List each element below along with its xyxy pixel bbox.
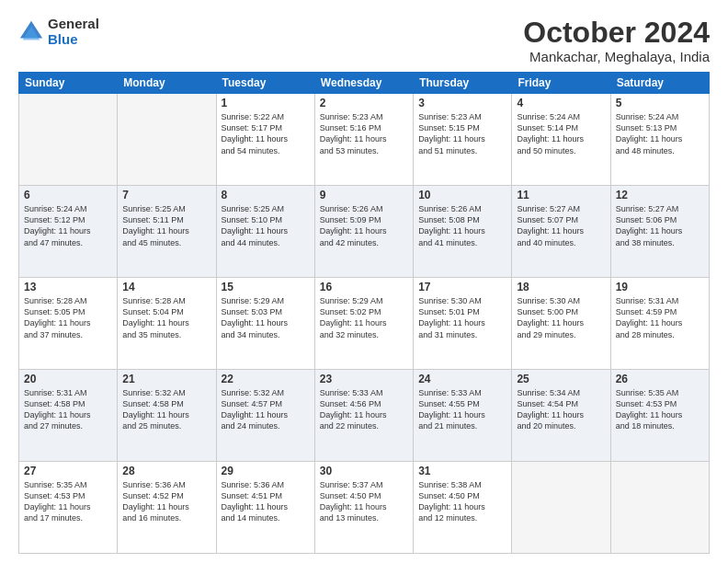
- day-info: Sunrise: 5:34 AM Sunset: 4:54 PM Dayligh…: [517, 387, 605, 432]
- day-number: 11: [517, 189, 605, 201]
- col-wednesday: Wednesday: [314, 73, 413, 94]
- calendar-cell: [512, 462, 610, 554]
- day-number: 23: [320, 373, 408, 385]
- calendar-week-1: 1Sunrise: 5:22 AM Sunset: 5:17 PM Daylig…: [19, 94, 710, 186]
- calendar-table: Sunday Monday Tuesday Wednesday Thursday…: [18, 72, 710, 554]
- calendar-cell: 17Sunrise: 5:30 AM Sunset: 5:01 PM Dayli…: [414, 278, 512, 370]
- day-info: Sunrise: 5:25 AM Sunset: 5:11 PM Dayligh…: [122, 203, 210, 248]
- day-number: 30: [320, 465, 408, 477]
- calendar-cell: 15Sunrise: 5:29 AM Sunset: 5:03 PM Dayli…: [216, 278, 314, 370]
- calendar-cell: [19, 94, 118, 186]
- day-info: Sunrise: 5:26 AM Sunset: 5:08 PM Dayligh…: [418, 203, 506, 248]
- day-info: Sunrise: 5:30 AM Sunset: 5:01 PM Dayligh…: [418, 295, 506, 340]
- col-tuesday: Tuesday: [216, 73, 314, 94]
- calendar-cell: 10Sunrise: 5:26 AM Sunset: 5:08 PM Dayli…: [414, 186, 512, 278]
- day-info: Sunrise: 5:35 AM Sunset: 4:53 PM Dayligh…: [616, 387, 704, 432]
- day-info: Sunrise: 5:31 AM Sunset: 4:58 PM Dayligh…: [24, 387, 112, 432]
- day-info: Sunrise: 5:24 AM Sunset: 5:13 PM Dayligh…: [616, 111, 704, 156]
- sub-title: Mankachar, Meghalaya, India: [523, 49, 710, 64]
- day-info: Sunrise: 5:35 AM Sunset: 4:53 PM Dayligh…: [24, 479, 112, 524]
- day-info: Sunrise: 5:32 AM Sunset: 4:57 PM Dayligh…: [222, 387, 310, 432]
- calendar-cell: 24Sunrise: 5:33 AM Sunset: 4:55 PM Dayli…: [414, 370, 512, 462]
- calendar-cell: 8Sunrise: 5:25 AM Sunset: 5:10 PM Daylig…: [216, 186, 314, 278]
- calendar-cell: 14Sunrise: 5:28 AM Sunset: 5:04 PM Dayli…: [118, 278, 216, 370]
- logo-general-text: General: [48, 17, 99, 32]
- day-info: Sunrise: 5:25 AM Sunset: 5:10 PM Dayligh…: [222, 203, 310, 248]
- calendar-week-3: 13Sunrise: 5:28 AM Sunset: 5:05 PM Dayli…: [19, 278, 710, 370]
- day-info: Sunrise: 5:37 AM Sunset: 4:50 PM Dayligh…: [320, 479, 408, 524]
- calendar-cell: 19Sunrise: 5:31 AM Sunset: 4:59 PM Dayli…: [610, 278, 709, 370]
- calendar-cell: 13Sunrise: 5:28 AM Sunset: 5:05 PM Dayli…: [19, 278, 118, 370]
- day-number: 1: [222, 97, 310, 109]
- day-number: 25: [517, 373, 605, 385]
- calendar-cell: 6Sunrise: 5:24 AM Sunset: 5:12 PM Daylig…: [19, 186, 118, 278]
- page: General Blue October 2024 Mankachar, Meg…: [0, 0, 728, 563]
- day-number: 20: [24, 373, 112, 385]
- day-number: 8: [222, 189, 310, 201]
- day-number: 2: [320, 97, 408, 109]
- logo: General Blue: [18, 17, 99, 47]
- calendar-cell: [610, 462, 709, 554]
- day-info: Sunrise: 5:29 AM Sunset: 5:02 PM Dayligh…: [320, 295, 408, 340]
- day-number: 6: [24, 189, 112, 201]
- col-monday: Monday: [118, 73, 216, 94]
- calendar-cell: 11Sunrise: 5:27 AM Sunset: 5:07 PM Dayli…: [512, 186, 610, 278]
- day-info: Sunrise: 5:26 AM Sunset: 5:09 PM Dayligh…: [320, 203, 408, 248]
- calendar-cell: 22Sunrise: 5:32 AM Sunset: 4:57 PM Dayli…: [216, 370, 314, 462]
- day-info: Sunrise: 5:33 AM Sunset: 4:55 PM Dayligh…: [418, 387, 506, 432]
- col-friday: Friday: [512, 73, 610, 94]
- day-number: 13: [24, 281, 112, 293]
- calendar-cell: 26Sunrise: 5:35 AM Sunset: 4:53 PM Dayli…: [610, 370, 709, 462]
- day-info: Sunrise: 5:36 AM Sunset: 4:51 PM Dayligh…: [222, 479, 310, 524]
- day-number: 27: [24, 465, 112, 477]
- col-saturday: Saturday: [610, 73, 709, 94]
- calendar-week-2: 6Sunrise: 5:24 AM Sunset: 5:12 PM Daylig…: [19, 186, 710, 278]
- calendar-cell: 20Sunrise: 5:31 AM Sunset: 4:58 PM Dayli…: [19, 370, 118, 462]
- header: General Blue October 2024 Mankachar, Meg…: [18, 17, 710, 64]
- day-number: 9: [320, 189, 408, 201]
- day-info: Sunrise: 5:38 AM Sunset: 4:50 PM Dayligh…: [418, 479, 506, 524]
- day-info: Sunrise: 5:33 AM Sunset: 4:56 PM Dayligh…: [320, 387, 408, 432]
- calendar-cell: 12Sunrise: 5:27 AM Sunset: 5:06 PM Dayli…: [610, 186, 709, 278]
- day-number: 3: [418, 97, 506, 109]
- day-info: Sunrise: 5:22 AM Sunset: 5:17 PM Dayligh…: [222, 111, 310, 156]
- calendar-cell: 31Sunrise: 5:38 AM Sunset: 4:50 PM Dayli…: [414, 462, 512, 554]
- header-row: Sunday Monday Tuesday Wednesday Thursday…: [19, 73, 710, 94]
- calendar-week-4: 20Sunrise: 5:31 AM Sunset: 4:58 PM Dayli…: [19, 370, 710, 462]
- day-info: Sunrise: 5:28 AM Sunset: 5:04 PM Dayligh…: [122, 295, 210, 340]
- day-number: 22: [222, 373, 310, 385]
- day-number: 28: [122, 465, 210, 477]
- day-info: Sunrise: 5:27 AM Sunset: 5:07 PM Dayligh…: [517, 203, 605, 248]
- day-info: Sunrise: 5:28 AM Sunset: 5:05 PM Dayligh…: [24, 295, 112, 340]
- calendar-cell: 18Sunrise: 5:30 AM Sunset: 5:00 PM Dayli…: [512, 278, 610, 370]
- day-number: 24: [418, 373, 506, 385]
- day-number: 29: [222, 465, 310, 477]
- col-sunday: Sunday: [19, 73, 118, 94]
- calendar-cell: 7Sunrise: 5:25 AM Sunset: 5:11 PM Daylig…: [118, 186, 216, 278]
- day-number: 12: [616, 189, 704, 201]
- day-number: 21: [122, 373, 210, 385]
- calendar-cell: 21Sunrise: 5:32 AM Sunset: 4:58 PM Dayli…: [118, 370, 216, 462]
- logo-blue-text: Blue: [48, 32, 99, 48]
- calendar-cell: 9Sunrise: 5:26 AM Sunset: 5:09 PM Daylig…: [314, 186, 413, 278]
- calendar-cell: [118, 94, 216, 186]
- day-number: 31: [418, 465, 506, 477]
- calendar-cell: 27Sunrise: 5:35 AM Sunset: 4:53 PM Dayli…: [19, 462, 118, 554]
- calendar-cell: 30Sunrise: 5:37 AM Sunset: 4:50 PM Dayli…: [314, 462, 413, 554]
- day-info: Sunrise: 5:31 AM Sunset: 4:59 PM Dayligh…: [616, 295, 704, 340]
- day-info: Sunrise: 5:23 AM Sunset: 5:16 PM Dayligh…: [320, 111, 408, 156]
- day-info: Sunrise: 5:27 AM Sunset: 5:06 PM Dayligh…: [616, 203, 704, 248]
- main-title: October 2024: [523, 17, 710, 49]
- day-info: Sunrise: 5:24 AM Sunset: 5:12 PM Dayligh…: [24, 203, 112, 248]
- day-number: 26: [616, 373, 704, 385]
- calendar-cell: 5Sunrise: 5:24 AM Sunset: 5:13 PM Daylig…: [610, 94, 709, 186]
- calendar-cell: 23Sunrise: 5:33 AM Sunset: 4:56 PM Dayli…: [314, 370, 413, 462]
- day-number: 14: [122, 281, 210, 293]
- day-number: 18: [517, 281, 605, 293]
- day-number: 15: [222, 281, 310, 293]
- calendar-cell: 1Sunrise: 5:22 AM Sunset: 5:17 PM Daylig…: [216, 94, 314, 186]
- day-info: Sunrise: 5:36 AM Sunset: 4:52 PM Dayligh…: [122, 479, 210, 524]
- calendar-week-5: 27Sunrise: 5:35 AM Sunset: 4:53 PM Dayli…: [19, 462, 710, 554]
- calendar-cell: 28Sunrise: 5:36 AM Sunset: 4:52 PM Dayli…: [118, 462, 216, 554]
- calendar-cell: 25Sunrise: 5:34 AM Sunset: 4:54 PM Dayli…: [512, 370, 610, 462]
